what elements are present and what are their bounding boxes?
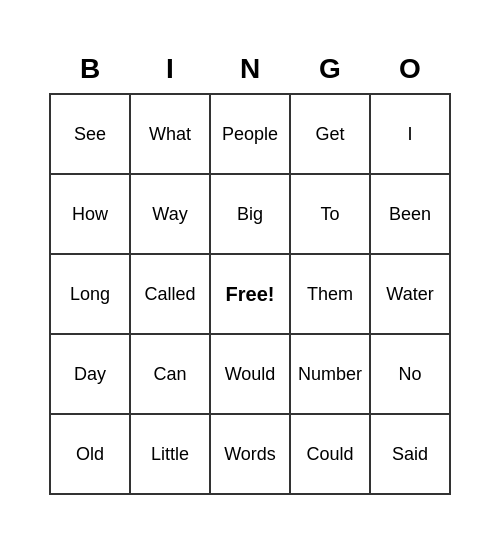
cell-r4-c4: Said [371,415,451,495]
cell-r0-c0: See [51,95,131,175]
header-o: O [370,49,450,89]
header-g: G [290,49,370,89]
header-b: B [50,49,130,89]
cell-r0-c3: Get [291,95,371,175]
cell-r1-c2: Big [211,175,291,255]
cell-r3-c0: Day [51,335,131,415]
cell-r3-c2: Would [211,335,291,415]
cell-r4-c2: Words [211,415,291,495]
bingo-card: B I N G O SeeWhatPeopleGetIHowWayBigToBe… [29,29,471,515]
cell-r2-c3: Them [291,255,371,335]
cell-r1-c3: To [291,175,371,255]
cell-r0-c1: What [131,95,211,175]
cell-r3-c3: Number [291,335,371,415]
cell-r2-c4: Water [371,255,451,335]
cell-r0-c4: I [371,95,451,175]
cell-r2-c1: Called [131,255,211,335]
bingo-grid: SeeWhatPeopleGetIHowWayBigToBeenLongCall… [49,93,451,495]
cell-r1-c0: How [51,175,131,255]
cell-r2-c2: Free! [211,255,291,335]
cell-r4-c1: Little [131,415,211,495]
header-n: N [210,49,290,89]
cell-r4-c0: Old [51,415,131,495]
cell-r1-c1: Way [131,175,211,255]
cell-r3-c1: Can [131,335,211,415]
cell-r0-c2: People [211,95,291,175]
cell-r1-c4: Been [371,175,451,255]
header-i: I [130,49,210,89]
cell-r3-c4: No [371,335,451,415]
cell-r2-c0: Long [51,255,131,335]
cell-r4-c3: Could [291,415,371,495]
bingo-header: B I N G O [50,49,450,89]
